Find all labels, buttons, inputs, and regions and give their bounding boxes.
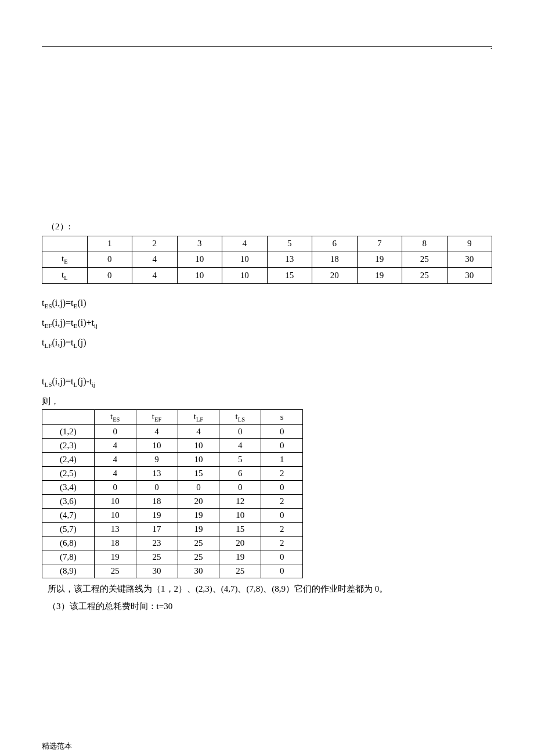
page: . （2）: 1 2 3 4 5 6 7 8 9 tE 0 4 10 10 13… [0, 0, 534, 756]
cell: 25 [136, 550, 178, 564]
cell: 0 [178, 480, 219, 494]
formula-tef: tEF(i,j)=tE(i)+tij [42, 318, 492, 329]
cell: 20 [178, 494, 219, 508]
cell: 19 [94, 550, 136, 564]
table-row: 1 2 3 4 5 6 7 8 9 [42, 236, 492, 251]
cell: 9 [136, 452, 178, 466]
cell: 25 [178, 536, 219, 550]
cell: 10 [219, 508, 261, 522]
cell: 20 [219, 536, 261, 550]
cell: 19 [178, 508, 219, 522]
cell: 19 [178, 522, 219, 536]
table-row: (7,8) 19 25 25 19 0 [42, 550, 303, 564]
cell: 0 [219, 480, 261, 494]
row-label-te: tE [42, 251, 88, 268]
activity-pair: (3,4) [42, 480, 95, 494]
cell: 19 [357, 251, 402, 268]
cell: 0 [136, 480, 178, 494]
cell: 10 [94, 494, 136, 508]
cell: 15 [178, 466, 219, 480]
cell: 19 [357, 268, 402, 284]
then-label: 则， [42, 396, 492, 407]
cell: 4 [94, 452, 136, 466]
col-header-tef: tEF [136, 409, 178, 424]
cell: 4 [132, 268, 178, 284]
cell: 0 [87, 268, 132, 284]
cell: 2 [261, 522, 303, 536]
cell: 4 [219, 438, 261, 452]
cell: 2 [261, 494, 303, 508]
cell: 10 [222, 251, 268, 268]
table-row: (2,3) 4 10 10 4 0 [42, 438, 303, 452]
cell: 0 [261, 564, 303, 578]
cell: 10 [222, 268, 268, 284]
table-row: tES tEF tLF tLS s [42, 409, 303, 424]
col-header: 4 [222, 236, 268, 251]
cell: 10 [178, 438, 219, 452]
cell: 4 [132, 251, 178, 268]
table-row: (6,8) 18 23 25 20 2 [42, 536, 303, 550]
col-header: 6 [312, 236, 358, 251]
cell: 2 [261, 466, 303, 480]
col-header: 1 [87, 236, 132, 251]
table-row: (1,2) 0 4 4 0 0 [42, 424, 303, 438]
cell: 25 [402, 251, 448, 268]
table-row: (3,4) 0 0 0 0 0 [42, 480, 303, 494]
cell: 6 [219, 466, 261, 480]
cell: 4 [94, 466, 136, 480]
cell: 18 [136, 494, 178, 508]
cell: 4 [178, 424, 219, 438]
cell: 13 [94, 522, 136, 536]
col-header: 7 [357, 236, 402, 251]
table-row: (3,6) 10 18 20 12 2 [42, 494, 303, 508]
table-row: (2,4) 4 9 10 5 1 [42, 452, 303, 466]
activity-pair: (8,9) [42, 564, 95, 578]
cell: 1 [261, 452, 303, 466]
row-label-tl: tL [42, 268, 88, 284]
cell: 30 [447, 268, 492, 284]
cell: 0 [219, 424, 261, 438]
cell: 10 [136, 438, 178, 452]
section-2-label: （2）: [46, 221, 492, 232]
cell: 10 [177, 251, 222, 268]
cell: 19 [136, 508, 178, 522]
cell: 0 [261, 550, 303, 564]
cell: 25 [94, 564, 136, 578]
table-row: (5,7) 13 17 19 15 2 [42, 522, 303, 536]
table-row: tL 0 4 10 10 15 20 19 25 30 [42, 268, 492, 284]
cell: 15 [219, 522, 261, 536]
col-header: 8 [402, 236, 448, 251]
cell: 20 [312, 268, 358, 284]
table-row: (2,5) 4 13 15 6 2 [42, 466, 303, 480]
cell: 23 [136, 536, 178, 550]
col-header: 3 [177, 236, 222, 251]
corner-dot: . [490, 42, 492, 51]
conclusion-total-time: （3）该工程的总耗费时间：t=30 [48, 599, 492, 613]
cell: 12 [219, 494, 261, 508]
cell: 30 [178, 564, 219, 578]
table-event-times: 1 2 3 4 5 6 7 8 9 tE 0 4 10 10 13 18 19 … [42, 236, 492, 284]
col-header-tls: tLS [219, 409, 261, 424]
cell: 18 [312, 251, 358, 268]
cell: 10 [94, 508, 136, 522]
cell: 19 [219, 550, 261, 564]
cell: 15 [267, 268, 312, 284]
formula-tes: tES(i,j)=tE(i) [42, 298, 492, 309]
activity-pair: (5,7) [42, 522, 95, 536]
activity-pair: (3,6) [42, 494, 95, 508]
activity-pair: (6,8) [42, 536, 95, 550]
cell: 30 [136, 564, 178, 578]
formula-tlf: tLF(i,j)=tL(j) [42, 337, 492, 349]
cell: 25 [178, 550, 219, 564]
conclusion-critical-path: 所以，该工程的关键路线为（1，2）、(2,3)、(4,7)、(7,8)、(8,9… [48, 582, 492, 596]
activity-pair: (1,2) [42, 424, 95, 438]
cell: 17 [136, 522, 178, 536]
cell: 0 [261, 508, 303, 522]
cell: 0 [94, 424, 136, 438]
cell: 0 [94, 480, 136, 494]
col-header-s: s [261, 409, 303, 424]
table-row: (8,9) 25 30 30 25 0 [42, 564, 303, 578]
cell: 13 [136, 466, 178, 480]
cell-blank [42, 236, 88, 251]
cell: 13 [267, 251, 312, 268]
